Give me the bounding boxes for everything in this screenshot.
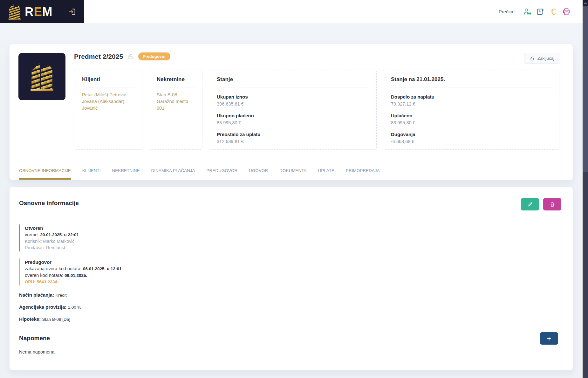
case-thumbnail: [18, 53, 65, 100]
status-block-predugovor: Predugovor zakazana overa kod notara: 06…: [19, 258, 560, 285]
zakazana-value: 06.01.2025. u 12:01: [83, 266, 122, 271]
tab-predugovor[interactable]: PREDUGOVOR: [207, 168, 238, 180]
property-link[interactable]: Stan B-08: [157, 92, 195, 98]
field-value: Stan B-08 [Da]: [42, 317, 71, 322]
prodavac-line: Prodavac: Remturist: [25, 244, 560, 251]
panel-stanje: Stanje Ukupan iznos 396.635,61 € Ukupno …: [209, 70, 377, 150]
page: REM Prečice:: [0, 0, 588, 378]
client-link[interactable]: Petar (Miloš) Petrović: [82, 92, 134, 98]
add-document-icon[interactable]: [536, 8, 544, 16]
stat-label: Ukupan iznos: [217, 94, 369, 100]
field-label: Hipoteke:: [19, 316, 42, 322]
field-nacin-placanja: Način plaćanja: Kredit: [19, 292, 560, 298]
lock-case-button[interactable]: Zaključaj: [524, 53, 560, 64]
field-agencijska-provizija: Agencijska provizija: 1,00 %: [19, 304, 560, 310]
logout-icon[interactable]: [68, 8, 76, 16]
stat-value: 312.639,81 €: [217, 139, 369, 144]
section-heading: Osnovne informacije: [19, 200, 560, 207]
vreme-label: vreme:: [25, 232, 40, 237]
tab-osnovne-informacije[interactable]: OSNOVNE INFORMACIJE: [19, 168, 71, 180]
napomene-header-row: Napomene +: [19, 335, 560, 342]
case-title-row: Predmet 2/2025 Predugovor: [74, 52, 170, 60]
stat-label: Dugovanja: [391, 132, 551, 137]
tab-dinamika-placanja[interactable]: DINAMIKA PLAĆANJA: [151, 168, 195, 180]
shortcuts-bar: Prečice: €: [499, 0, 571, 23]
shortcuts-label: Prečice:: [499, 9, 516, 14]
stat-row: Ukupan iznos 396.635,61 €: [217, 92, 369, 110]
field-hipoteke: Hipoteke: Stan B-08 [Da]: [19, 316, 560, 322]
tab-klijenti[interactable]: KLIJENTI: [82, 168, 101, 180]
printer-icon[interactable]: [562, 8, 571, 16]
top-bar: REM Prečice:: [0, 0, 583, 23]
stat-row: Uplaćeno 83.995,80 €: [391, 110, 551, 129]
stat-label: Ukupno plaćeno: [217, 113, 369, 118]
euro-icon[interactable]: €: [549, 8, 557, 16]
osnovne-informacije-card: Osnovne informacije Otvoren vreme: 20.01…: [10, 187, 573, 370]
panel-stanje-na-dan: Stanje na 21.01.2025. Dospelo za naplatu…: [383, 70, 559, 150]
tab-ugovor[interactable]: UGOVOR: [249, 168, 268, 180]
panel-stanje-title: Stanje: [217, 76, 369, 87]
tab-primopredaja[interactable]: PRIMOPREDAJA: [346, 168, 380, 180]
zakazana-label: zakazana overa kod notara:: [25, 266, 83, 271]
panel-stanje-na-dan-title: Stanje na 21.01.2025.: [391, 76, 551, 87]
stat-row: Preostalo za uplatu 312.639,81 €: [217, 129, 369, 148]
stat-value: 79.327,12 €: [391, 101, 551, 107]
status-badge: Predugovor: [138, 52, 170, 60]
korisnik-line: Korisnik: Marko Marković: [25, 238, 560, 244]
summary-panels: Klijenti Petar (Miloš) Petrović Jovana (…: [74, 70, 559, 150]
status-line: vreme: 20.01.2025. u 22:01: [25, 231, 560, 238]
status-block-otvoren: Otvoren vreme: 20.01.2025. u 22:01 Koris…: [19, 224, 560, 251]
osnovne-content: Osnovne informacije Otvoren vreme: 20.01…: [19, 200, 560, 354]
stat-value: 396.635,61 €: [217, 101, 369, 107]
overen-label: overen kod notara:: [25, 273, 65, 278]
brand-block: REM: [0, 0, 84, 23]
lock-open-icon: [127, 53, 134, 60]
add-note-button[interactable]: +: [540, 332, 558, 345]
overen-line: overen kod notara: 06.01.2025.: [25, 272, 560, 279]
field-label: Način plaćanja:: [19, 292, 55, 298]
napomene-heading: Napomene: [19, 335, 560, 342]
field-value: 1,00 %: [68, 305, 81, 310]
zakazana-line: zakazana overa kod notara: 06.01.2025. u…: [25, 265, 560, 272]
panel-nekretnine: Nekretnine Stan B-08 Garažno mesto 001: [149, 70, 202, 150]
stat-label: Preostalo za uplatu: [217, 132, 369, 137]
napomene-empty-text: Nema napomena.: [19, 349, 560, 354]
brand-text: REM: [25, 6, 52, 18]
add-client-icon[interactable]: [523, 8, 531, 16]
overen-value: 06.01.2025.: [65, 273, 87, 278]
stat-row: Dugovanja -4.668,68 €: [391, 129, 551, 148]
stat-row: Dospelo za naplatu 79.327,12 €: [391, 92, 551, 110]
stat-label: Dospelo za naplatu: [391, 94, 551, 100]
scrollbar-thumb[interactable]: [583, 6, 588, 172]
stat-value: 83.995,80 €: [217, 120, 369, 125]
stat-row: Ukupno plaćeno 83.995,80 €: [217, 110, 369, 129]
tab-dokumenta[interactable]: DOKUMENTA: [279, 168, 306, 180]
property-link[interactable]: Garažno mesto 001: [157, 98, 195, 112]
vreme-value: 20.01.2025. u 22:01: [40, 232, 79, 237]
opu-number: OPU: 5643-2334: [25, 279, 560, 285]
plus-icon: +: [547, 334, 551, 343]
building-image-icon: [27, 60, 57, 93]
status-title: Otvoren: [25, 225, 560, 231]
lock-case-button-label: Zaključaj: [537, 56, 554, 61]
panel-klijenti-title: Klijenti: [82, 76, 134, 87]
scrollbar-track[interactable]: [583, 0, 588, 378]
field-value: Kredit: [55, 293, 66, 298]
field-label: Agencijska provizija:: [19, 304, 68, 310]
scrollbar-up-button[interactable]: [583, 0, 588, 6]
lock-closed-icon: [530, 56, 535, 61]
status-title: Predugovor: [25, 259, 560, 265]
stat-value: 83.995,80 €: [391, 120, 551, 125]
rem-building-logo-icon: [7, 3, 22, 21]
client-link[interactable]: Jovana (Aleksandar) Jovanić: [82, 98, 134, 112]
panel-nekretnine-title: Nekretnine: [157, 76, 195, 87]
section-divider: [19, 329, 560, 329]
case-summary-card: Predmet 2/2025 Predugovor Zaključaj Klij…: [10, 44, 573, 180]
stat-label: Uplaćeno: [391, 113, 551, 118]
panel-klijenti: Klijenti Petar (Miloš) Petrović Jovana (…: [74, 70, 142, 150]
tab-nekretnine[interactable]: NEKRETNINE: [112, 168, 140, 180]
stat-value: -4.668,68 €: [391, 139, 551, 144]
case-title: Predmet 2/2025: [74, 53, 123, 60]
tab-bar: OSNOVNE INFORMACIJE KLIJENTI NEKRETNINE …: [19, 168, 379, 180]
tab-uplate[interactable]: UPLATE: [318, 168, 334, 180]
